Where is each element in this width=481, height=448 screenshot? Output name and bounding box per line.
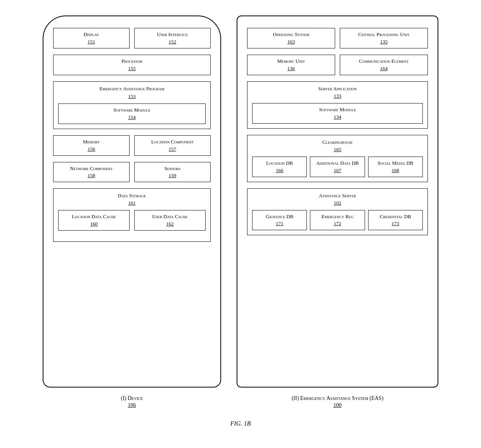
assistance-server-outer-box: Assistance Server 102 Geofence DB 171 Em… — [247, 188, 428, 236]
server-software-module-number: 134 — [257, 114, 418, 120]
emergency-reg-label: Emergency Reg — [315, 214, 360, 220]
comm-element-box: Communication Element 164 — [340, 55, 428, 75]
eap-number: 153 — [58, 93, 206, 100]
location-db-box: Location DB 166 — [252, 157, 307, 177]
os-cpu-row: Operating System 163 Central Processing … — [247, 28, 428, 48]
processor-row: Processor 155 — [53, 55, 211, 75]
server-db-row: Geofence DB 171 Emergency Reg 172 Creden… — [252, 210, 423, 231]
software-module-label: Software Module — [63, 107, 201, 114]
memory-number: 156 — [58, 146, 125, 152]
user-data-cache-number: 162 — [139, 221, 201, 227]
processor-label: Processor — [58, 58, 206, 65]
user-data-cache-label: User Data Cache — [139, 214, 201, 220]
eas-panel-number: 100 — [237, 402, 438, 408]
clearinghouse-label: Clearinghouse — [252, 139, 423, 145]
network-sensors-row: Network Component 158 Sensors 159 — [53, 162, 211, 183]
location-component-number: 157 — [139, 146, 206, 152]
cache-row: Location Data Cache 160 User Data Cache … — [58, 210, 206, 231]
data-storage-number: 161 — [58, 200, 206, 206]
additional-data-db-box: Additional Data DB 167 — [310, 157, 365, 177]
location-db-label: Location DB — [257, 160, 302, 167]
display-ui-row: Display 151 User Interface 152 — [53, 28, 211, 48]
memory-unit-box: Memory Unit 136 — [247, 55, 335, 75]
credential-db-box: Credential DB 173 — [368, 210, 423, 231]
device-caption: (I) Device 106 — [43, 395, 221, 408]
location-data-cache-label: Location Data Cache — [63, 214, 125, 220]
data-storage-outer-box: Data Storage 161 Location Data Cache 160… — [53, 188, 211, 242]
clearinghouse-outer-box: Clearinghouse 165 Location DB 166 Additi… — [247, 135, 428, 182]
cpu-box: Central Processing Unit 135 — [340, 28, 428, 48]
cpu-number: 135 — [345, 39, 423, 45]
location-data-cache-box: Location Data Cache 160 — [58, 210, 130, 231]
eas-panel: Operating System 163 Central Processing … — [237, 16, 438, 388]
location-component-box: Location Component 157 — [134, 135, 211, 156]
server-software-module-label: Software Module — [257, 107, 418, 113]
operating-system-box: Operating System 163 — [247, 28, 335, 48]
credential-db-label: Credential DB — [373, 214, 418, 220]
server-app-number: 133 — [252, 93, 423, 99]
device-panel-number: 106 — [43, 402, 221, 408]
operating-system-label: Operating System — [252, 31, 330, 38]
geofence-db-number: 171 — [257, 221, 302, 227]
server-software-module-box: Software Module 134 — [252, 103, 423, 124]
device-panel-label: (I) Device — [121, 395, 143, 401]
eap-outer-box: Emergency Assistance Program 153 Softwar… — [53, 81, 211, 129]
memory-comm-row: Memory Unit 136 Communication Element 16… — [247, 55, 428, 75]
network-component-label: Network Component — [58, 165, 125, 172]
user-interface-number: 152 — [139, 39, 206, 45]
network-component-box: Network Component 158 — [53, 162, 130, 183]
captions-row: (I) Device 106 (II) Emergency Assistance… — [8, 395, 473, 408]
memory-unit-number: 136 — [252, 65, 330, 72]
eas-panel-label: (II) Emergency Assistance System (EAS) — [292, 395, 384, 401]
credential-db-number: 173 — [373, 221, 418, 227]
geofence-db-box: Geofence DB 171 — [252, 210, 307, 231]
memory-box: Memory 156 — [53, 135, 130, 156]
display-box: Display 151 — [53, 28, 130, 48]
social-media-db-label: Social Media DB — [373, 160, 418, 167]
comm-element-number: 164 — [345, 65, 423, 72]
additional-data-db-number: 167 — [315, 167, 360, 174]
user-interface-label: User Interface — [139, 31, 206, 38]
fig-label: FIG. 1B — [230, 420, 251, 427]
db-row: Location DB 166 Additional Data DB 167 S… — [252, 157, 423, 177]
emergency-reg-number: 172 — [315, 221, 360, 227]
location-data-cache-number: 160 — [63, 221, 125, 227]
assistance-server-label: Assistance Server — [252, 193, 423, 199]
memory-label: Memory — [58, 139, 125, 145]
server-app-outer-box: Server Application 133 Software Module 1… — [247, 81, 428, 129]
memory-unit-label: Memory Unit — [252, 58, 330, 65]
software-module-number: 154 — [63, 114, 201, 121]
location-db-number: 166 — [257, 167, 302, 174]
server-app-label: Server Application — [252, 86, 423, 92]
additional-data-db-label: Additional Data DB — [315, 160, 360, 167]
memory-location-row: Memory 156 Location Component 157 — [53, 135, 211, 156]
social-media-db-box: Social Media DB 168 — [368, 157, 423, 177]
sensors-box: Sensors 159 — [134, 162, 211, 183]
network-component-number: 158 — [58, 172, 125, 179]
comm-element-label: Communication Element — [345, 58, 423, 65]
user-interface-box: User Interface 152 — [134, 28, 211, 48]
location-component-label: Location Component — [139, 139, 206, 145]
social-media-db-number: 168 — [373, 167, 418, 174]
device-panel: Display 151 User Interface 152 Processor… — [43, 16, 221, 388]
user-data-cache-box: User Data Cache 162 — [134, 210, 206, 231]
clearinghouse-number: 165 — [252, 146, 423, 153]
sensors-number: 159 — [139, 172, 206, 179]
geofence-db-label: Geofence DB — [257, 214, 302, 220]
display-number: 151 — [58, 39, 125, 45]
software-module-box: Software Module 154 — [58, 103, 206, 124]
assistance-server-number: 102 — [252, 200, 423, 206]
operating-system-number: 163 — [252, 39, 330, 45]
cpu-label: Central Processing Unit — [345, 31, 423, 38]
display-label: Display — [58, 31, 125, 38]
data-storage-label: Data Storage — [58, 193, 206, 199]
emergency-reg-box: Emergency Reg 172 — [310, 210, 365, 231]
eap-label: Emergency Assistance Program — [58, 86, 206, 92]
processor-number: 155 — [58, 65, 206, 72]
sensors-label: Sensors — [139, 165, 206, 172]
eas-caption: (II) Emergency Assistance System (EAS) 1… — [237, 395, 438, 408]
processor-box: Processor 155 — [53, 55, 211, 75]
